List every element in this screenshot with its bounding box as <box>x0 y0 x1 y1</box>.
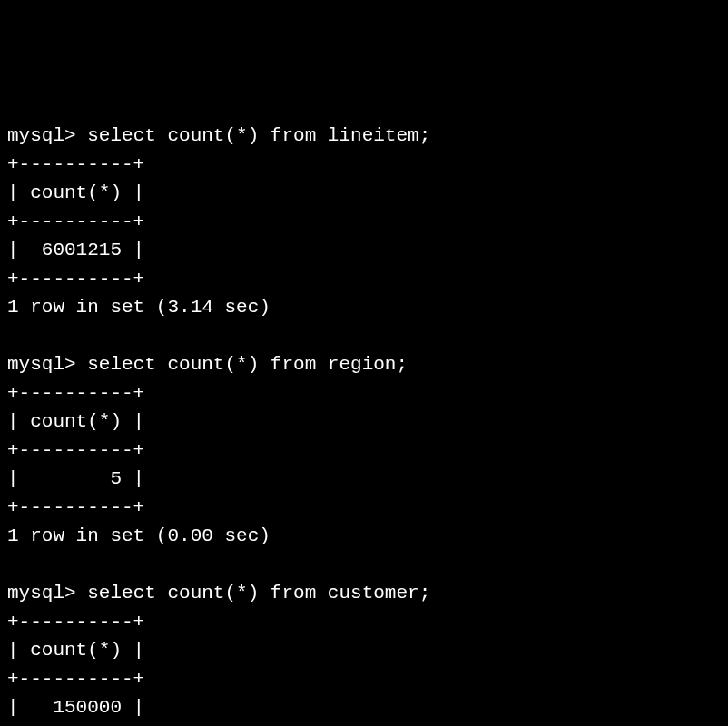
table-border: +----------+ <box>7 440 144 461</box>
mysql-prompt: mysql> <box>7 583 87 603</box>
table-border: +----------+ <box>7 669 144 690</box>
table-border: +----------+ <box>7 211 144 232</box>
result-footer: 1 row in set (3.14 sec) <box>7 297 271 318</box>
table-header: | count(*) | <box>7 182 144 203</box>
table-value-row: | 150000 | <box>7 697 144 718</box>
result-footer: 1 row in set (0.00 sec) <box>7 525 271 546</box>
table-border: +----------+ <box>7 612 144 633</box>
terminal-output[interactable]: mysql> select count(*) from lineitem; +-… <box>7 122 721 726</box>
table-border: +----------+ <box>7 269 144 289</box>
table-border: +----------+ <box>7 154 144 175</box>
mysql-prompt: mysql> <box>7 354 87 375</box>
sql-command: select count(*) from customer; <box>87 583 430 603</box>
table-header: | count(*) | <box>7 411 144 432</box>
table-border: +----------+ <box>7 497 144 518</box>
table-value-row: | 5 | <box>7 468 144 489</box>
sql-command: select count(*) from lineitem; <box>87 125 430 146</box>
sql-command: select count(*) from region; <box>87 354 408 375</box>
mysql-prompt: mysql> <box>7 125 87 146</box>
table-border: +----------+ <box>7 383 144 404</box>
table-header: | count(*) | <box>7 640 144 661</box>
table-value-row: | 6001215 | <box>7 240 144 260</box>
